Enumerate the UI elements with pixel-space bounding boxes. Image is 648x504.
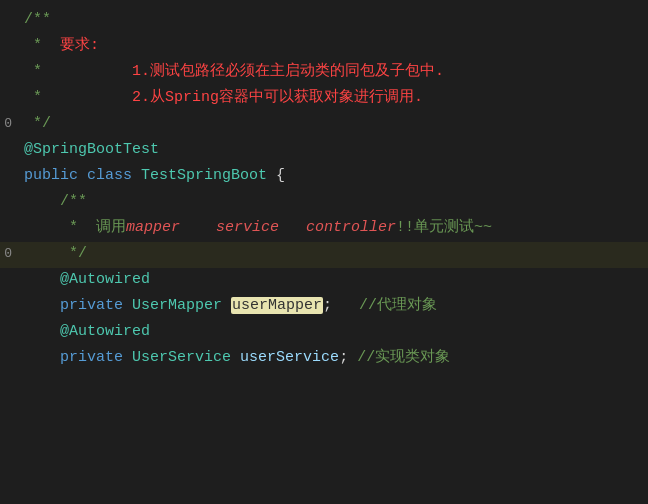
code-line-7: public class TestSpringBoot { (0, 164, 648, 190)
code-line-6: @SpringBootTest (0, 138, 648, 164)
code-line-13: @Autowired (0, 320, 648, 346)
line-content-11: @Autowired (20, 268, 644, 292)
line-content-5: */ (20, 112, 644, 136)
code-editor: /** * 要求: * 1.测试包路径必须在主启动类的同包及子包中. * 2.从… (0, 0, 648, 504)
code-line-4: * 2.从Spring容器中可以获取对象进行调用. (0, 86, 648, 112)
line-content-6: @SpringBootTest (20, 138, 644, 162)
line-content-14: private UserService userService; //实现类对象 (20, 346, 644, 370)
line-content-12: private UserMapper userMapper; //代理对象 (20, 294, 644, 318)
code-line-8: /** (0, 190, 648, 216)
code-line-1: /** (0, 8, 648, 34)
code-line-3: * 1.测试包路径必须在主启动类的同包及子包中. (0, 60, 648, 86)
line-content-3: * 1.测试包路径必须在主启动类的同包及子包中. (20, 60, 644, 84)
line-content-2: * 要求: (20, 34, 644, 58)
code-line-12: private UserMapper userMapper; //代理对象 (0, 294, 648, 320)
line-gutter-10: 0 (0, 244, 20, 265)
line-content-13: @Autowired (20, 320, 644, 344)
line-content-7: public class TestSpringBoot { (20, 164, 644, 188)
code-line-9: * 调用mapper service controller!!单元测试~~ (0, 216, 648, 242)
line-content-9: * 调用mapper service controller!!单元测试~~ (20, 216, 644, 240)
line-content-8: /** (20, 190, 644, 214)
code-line-5: 0 */ (0, 112, 648, 138)
code-line-14: private UserService userService; //实现类对象 (0, 346, 648, 372)
line-gutter-5: 0 (0, 114, 20, 135)
code-line-11: @Autowired (0, 268, 648, 294)
line-content-4: * 2.从Spring容器中可以获取对象进行调用. (20, 86, 644, 110)
code-line-10: 0 */ (0, 242, 648, 268)
line-content-10: */ (20, 242, 644, 266)
line-content-1: /** (20, 8, 644, 32)
code-line-2: * 要求: (0, 34, 648, 60)
